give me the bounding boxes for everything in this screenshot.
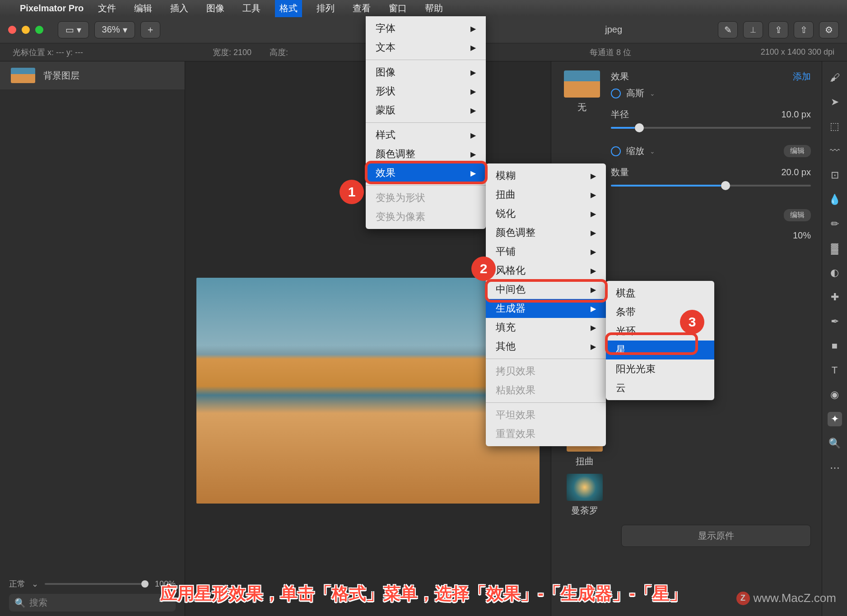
menu-item[interactable]: 锐化▶ bbox=[486, 204, 606, 223]
menu-file[interactable]: 文件 bbox=[94, 1, 120, 15]
menu-item[interactable]: 颜色调整▶ bbox=[366, 145, 486, 163]
pen-icon[interactable]: ✒ bbox=[828, 314, 842, 329]
amount-label: 数量 bbox=[611, 166, 629, 178]
brush-icon[interactable]: 🖌 bbox=[828, 70, 842, 85]
cursor-position: 光标位置 x: --- y: --- bbox=[13, 47, 83, 58]
kaleidoscope-label: 曼荼罗 bbox=[571, 504, 598, 517]
effect-preview-none[interactable] bbox=[564, 70, 600, 98]
layer-search-input[interactable]: 🔍 搜索 bbox=[9, 594, 176, 611]
crop-tool-button[interactable]: ⟂ bbox=[743, 21, 763, 38]
pencil-icon[interactable]: ✏ bbox=[828, 217, 842, 231]
menu-item[interactable]: 风格化▶ bbox=[486, 261, 606, 280]
chevron-down-icon[interactable]: ⌄ bbox=[650, 148, 655, 155]
submenu-arrow-icon: ▶ bbox=[470, 68, 476, 77]
menu-item[interactable]: 蒙版▶ bbox=[366, 101, 486, 120]
menu-item[interactable]: 中间色▶ bbox=[486, 280, 606, 299]
menu-item[interactable]: 颜色调整▶ bbox=[486, 223, 606, 242]
menu-item[interactable]: 样式▶ bbox=[366, 126, 486, 145]
menu-insert[interactable]: 插入 bbox=[167, 1, 192, 15]
eraser-icon[interactable]: ◐ bbox=[828, 266, 842, 280]
submenu-arrow-icon: ▶ bbox=[591, 210, 596, 218]
gaussian-label: 高斯 bbox=[626, 87, 644, 99]
radius-value: 10.0 px bbox=[781, 109, 811, 120]
opacity-slider[interactable] bbox=[45, 583, 149, 585]
brush-tool-button[interactable]: ✎ bbox=[718, 21, 738, 38]
info-width: 宽度: 2100 bbox=[213, 47, 251, 58]
text-icon[interactable]: T bbox=[828, 363, 842, 378]
add-effect-button[interactable]: 添加 bbox=[793, 70, 811, 83]
fill-icon[interactable]: ▓ bbox=[828, 241, 842, 256]
layer-row[interactable]: 背景图层 bbox=[0, 61, 185, 89]
info-height: 高度: bbox=[270, 47, 288, 58]
heal-icon[interactable]: ✚ bbox=[828, 290, 842, 304]
color-icon[interactable]: ◉ bbox=[828, 387, 842, 402]
menu-item[interactable]: 字体▶ bbox=[366, 19, 486, 38]
menu-item[interactable]: 其他▶ bbox=[486, 337, 606, 356]
submenu-arrow-icon: ▶ bbox=[591, 172, 596, 180]
arrow-icon[interactable]: ➤ bbox=[828, 95, 842, 109]
submenu-arrow-icon: ▶ bbox=[470, 43, 476, 52]
fullscreen-icon[interactable] bbox=[35, 26, 43, 34]
lasso-icon[interactable]: 〰 bbox=[828, 144, 842, 158]
mac-menubar: Pixelmator Pro 文件 编辑 插入 图像 工具 格式 排列 查看 窗… bbox=[0, 0, 847, 16]
menu-item[interactable]: 效果▶ bbox=[366, 163, 486, 182]
marquee-icon[interactable]: ⬚ bbox=[828, 119, 842, 134]
effect-toggle-icon[interactable] bbox=[611, 146, 621, 156]
menu-item[interactable]: 扭曲▶ bbox=[486, 185, 606, 204]
watermark: Z www.MacZ.com bbox=[736, 591, 836, 605]
menu-item[interactable]: 生成器▶ bbox=[486, 299, 606, 318]
more-icon[interactable]: ⋯ bbox=[828, 461, 842, 475]
zoom-dropdown[interactable]: 36% ▾ bbox=[94, 21, 135, 38]
generator-submenu: 棋盘条带光环星阳光光束云 bbox=[606, 281, 714, 400]
twist-label: 扭曲 bbox=[576, 455, 594, 467]
settings-button[interactable]: ⚙ bbox=[819, 21, 839, 38]
menu-item[interactable]: 填充▶ bbox=[486, 318, 606, 337]
add-button[interactable]: ＋ bbox=[140, 21, 160, 38]
crop-icon[interactable]: ⊡ bbox=[828, 168, 842, 182]
document-ext: jpeg bbox=[605, 24, 622, 35]
menu-item[interactable]: 图像▶ bbox=[366, 63, 486, 82]
effects-title: 效果 bbox=[611, 70, 629, 83]
chevron-down-icon[interactable]: ⌄ bbox=[650, 90, 655, 97]
menu-view[interactable]: 查看 bbox=[349, 1, 374, 15]
info-channel: 每通道 8 位 bbox=[590, 47, 631, 58]
shape-icon[interactable]: ■ bbox=[828, 339, 842, 353]
info-dimensions: 2100 x 1400 300 dpi bbox=[761, 47, 834, 57]
tutorial-caption: 应用星形效果，单击「格式」菜单，选择「效果」-「生成器」-「星」 bbox=[160, 582, 686, 605]
menu-help[interactable]: 帮助 bbox=[421, 1, 447, 15]
minimize-icon[interactable] bbox=[22, 26, 30, 34]
menu-item[interactable]: 阳光光束 bbox=[606, 359, 714, 378]
effect-preview-kaleidoscope[interactable] bbox=[567, 474, 603, 501]
show-original-button[interactable]: 显示原件 bbox=[621, 525, 811, 547]
menu-item[interactable]: 文本▶ bbox=[366, 38, 486, 57]
amount-slider[interactable] bbox=[611, 185, 811, 187]
menu-item[interactable]: 星 bbox=[606, 341, 714, 359]
edit-button[interactable]: 编辑 bbox=[784, 145, 811, 157]
menu-item: 粘贴效果 bbox=[486, 381, 606, 400]
menu-item[interactable]: 平铺▶ bbox=[486, 242, 606, 261]
export-button[interactable]: ⇪ bbox=[768, 21, 788, 38]
menu-arrange[interactable]: 排列 bbox=[313, 1, 338, 15]
blend-mode-dropdown[interactable]: 正常 bbox=[9, 579, 25, 589]
app-name[interactable]: Pixelmator Pro bbox=[20, 3, 84, 14]
submenu-arrow-icon: ▶ bbox=[470, 106, 476, 115]
eyedropper-icon[interactable]: 💧 bbox=[828, 192, 842, 207]
effect-toggle-icon[interactable] bbox=[611, 89, 621, 98]
edit-button[interactable]: 编辑 bbox=[784, 209, 811, 221]
window-controls bbox=[8, 26, 43, 34]
share-button[interactable]: ⇧ bbox=[794, 21, 814, 38]
menu-format[interactable]: 格式 bbox=[275, 0, 302, 17]
menu-item[interactable]: 云 bbox=[606, 378, 714, 397]
radius-slider[interactable] bbox=[611, 127, 811, 129]
menu-item[interactable]: 模糊▶ bbox=[486, 166, 606, 185]
menu-item[interactable]: 棋盘 bbox=[606, 284, 714, 303]
sidebar-toggle-button[interactable]: ▭ ▾ bbox=[58, 21, 89, 38]
menu-tools[interactable]: 工具 bbox=[239, 1, 264, 15]
effects-icon[interactable]: ✦ bbox=[828, 412, 842, 426]
menu-window[interactable]: 窗口 bbox=[385, 1, 410, 15]
close-icon[interactable] bbox=[8, 26, 16, 34]
menu-item[interactable]: 形状▶ bbox=[366, 82, 486, 101]
zoom-icon[interactable]: 🔍 bbox=[828, 436, 842, 451]
menu-image[interactable]: 图像 bbox=[203, 1, 228, 15]
menu-edit[interactable]: 编辑 bbox=[130, 1, 156, 15]
